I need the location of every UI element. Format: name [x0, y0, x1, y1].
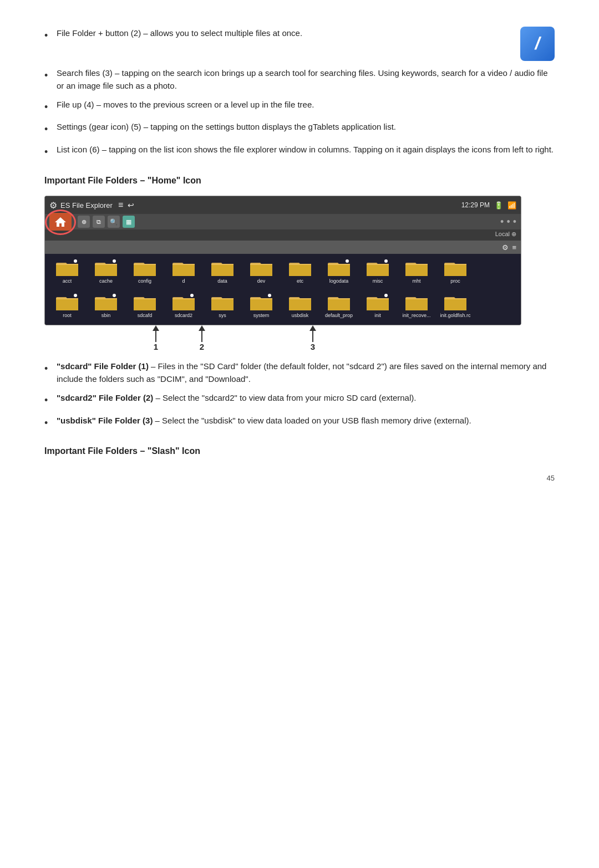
svg-rect-2 — [56, 265, 78, 276]
folder-item[interactable]: init.goldfish.rc — [436, 293, 474, 318]
local-label: Local — [495, 231, 510, 237]
folder-item[interactable]: mht — [398, 258, 435, 284]
folder-item[interactable]: etc — [281, 258, 319, 284]
page-number: 45 — [44, 474, 555, 482]
folder-label: sbin — [101, 313, 111, 318]
back-icon: ↩ — [128, 201, 134, 210]
folder-item[interactable]: data — [204, 258, 241, 284]
sd-btn[interactable]: ▦ — [123, 216, 135, 228]
bullet-item-2: • Search files (3) – tapping on the sear… — [44, 67, 555, 93]
folder-icon — [94, 258, 118, 277]
folder-item[interactable]: init — [359, 293, 397, 318]
folder-icon — [55, 258, 79, 277]
section-heading-home: Important File Folders – "Home" Icon — [44, 176, 555, 186]
svg-rect-4 — [95, 265, 117, 276]
folder-label: sdcafd — [138, 313, 153, 318]
usbdisk-bullet: • "usbdisk" File Folder (3) – Select the… — [44, 414, 555, 431]
grid-row-sep — [48, 288, 517, 290]
folder-label: data — [217, 278, 227, 284]
arrow-1: 1 — [153, 325, 159, 351]
folder-icon — [443, 258, 468, 277]
bullet-text-sdcard1: "sdcard" File Folder (1) – Files in the … — [57, 360, 555, 386]
folder-item[interactable]: sys — [204, 293, 241, 318]
folder-item[interactable]: sbin — [87, 293, 125, 318]
sub-toolbar: ⚙ ≡ — [45, 241, 521, 254]
bullet-dot-4: • — [44, 122, 57, 137]
svg-rect-44 — [444, 299, 466, 310]
folder-item[interactable]: init_recove... — [398, 293, 435, 318]
bullet-dot-1: • — [44, 28, 57, 44]
svg-rect-26 — [95, 299, 117, 310]
bullet-text-1: File Folder + button (2) – allows you to… — [57, 27, 512, 39]
folder-icon — [249, 293, 273, 312]
folder-label: proc — [450, 278, 460, 284]
bullet-dot-5: • — [44, 145, 57, 160]
folder-item[interactable]: proc — [436, 258, 474, 284]
svg-rect-12 — [250, 265, 272, 276]
folder-label: d — [182, 278, 185, 284]
copy-btn[interactable]: ⧉ — [93, 216, 105, 228]
folder-item[interactable]: dev — [242, 258, 280, 284]
svg-rect-22 — [444, 265, 466, 276]
slash-icon: / — [520, 27, 555, 61]
arrow-2: 2 — [199, 325, 205, 351]
dot-2: • — [506, 216, 510, 228]
bottom-bullets-list: • "sdcard" File Folder (1) – Files in th… — [44, 360, 555, 431]
dot-3: • — [513, 216, 516, 228]
folder-item[interactable]: sdcafd — [126, 293, 164, 318]
svg-rect-14 — [289, 265, 311, 276]
arrow-3: 3 — [309, 325, 316, 351]
folder-icon — [210, 258, 235, 277]
folder-item[interactable]: misc — [359, 258, 397, 284]
dot-1: • — [500, 216, 504, 228]
time-area: 12:29 PM 🔋 📶 — [461, 201, 516, 210]
svg-rect-24 — [56, 299, 78, 310]
svg-rect-28 — [134, 299, 156, 310]
settings-icon: ⚙ — [49, 200, 57, 211]
folder-item[interactable]: cache — [87, 258, 125, 284]
top-bullets-list: • File Folder + button (2) – allows you … — [44, 27, 555, 160]
folder-item[interactable]: root — [48, 293, 86, 318]
svg-rect-10 — [211, 265, 233, 276]
svg-rect-40 — [367, 299, 389, 310]
folder-label: system — [253, 313, 270, 318]
sdcard1-bold: "sdcard" File Folder (1) — [57, 361, 149, 371]
app-title: ES File Explorer — [60, 201, 113, 210]
folder-label: cache — [99, 278, 113, 284]
folder-label: misc — [373, 278, 383, 284]
sdcard-bullet-1: • "sdcard" File Folder (1) – Files in th… — [44, 360, 555, 386]
arrow-label-3: 3 — [311, 342, 315, 351]
folder-item[interactable]: system — [242, 293, 280, 318]
folder-item[interactable]: usbdisk — [281, 293, 319, 318]
local-icon: ⊕ — [511, 231, 516, 237]
folder-icon — [327, 293, 351, 312]
folder-label: init.goldfish.rc — [440, 313, 470, 318]
svg-rect-8 — [172, 265, 195, 276]
folder-icon — [55, 293, 79, 312]
folder-item[interactable]: d — [165, 258, 202, 284]
folder-item[interactable]: default_prop — [320, 293, 358, 318]
folder-item[interactable]: sdcard2 — [165, 293, 202, 318]
search-btn[interactable]: 🔍 — [108, 216, 120, 228]
wifi-icon: 📶 — [507, 201, 516, 210]
svg-rect-32 — [211, 299, 233, 310]
svg-rect-20 — [405, 265, 428, 276]
folder-item[interactable]: logodata — [320, 258, 358, 284]
folder-item[interactable]: config — [126, 258, 164, 284]
new-folder-btn[interactable]: ⊕ — [78, 216, 90, 228]
bullet-item-3: • File up (4) – moves to the previous sc… — [44, 98, 555, 115]
bullet-dot-2: • — [44, 68, 57, 84]
folder-label: etc — [297, 278, 303, 284]
folder-label: logodata — [329, 278, 349, 284]
home-button-area — [49, 213, 72, 231]
folder-icon — [366, 258, 390, 277]
folder-icon — [404, 293, 429, 312]
folder-label: config — [138, 278, 151, 284]
bullet-text-5: List icon (6) – tapping on the list icon… — [57, 143, 555, 156]
local-bar: Local ⊕ — [45, 229, 521, 241]
folder-item[interactable]: acct — [48, 258, 86, 284]
svg-rect-18 — [367, 265, 389, 276]
home-button[interactable] — [49, 213, 72, 231]
folder-icon — [249, 258, 273, 277]
folder-icon — [210, 293, 235, 312]
